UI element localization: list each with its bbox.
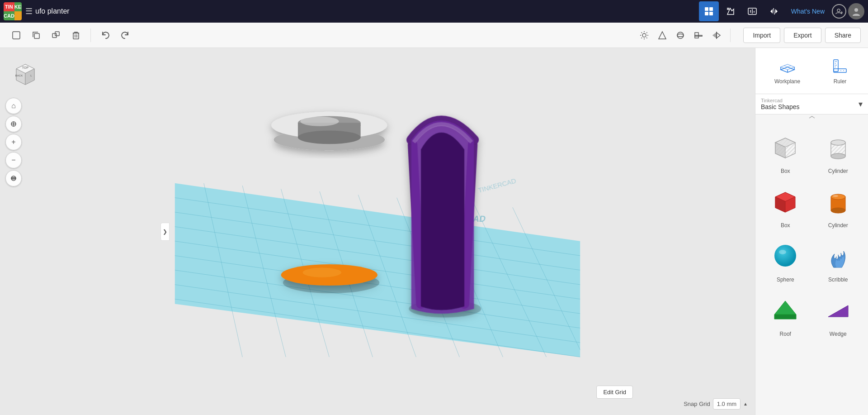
svg-point-78 xyxy=(300,117,339,126)
copy-btn[interactable] xyxy=(27,26,45,44)
svg-point-118 xyxy=(779,250,786,254)
svg-point-21 xyxy=(642,33,646,37)
shapes-header: Tinkercad Basic Shapes ▾ xyxy=(755,94,868,114)
3d-scene[interactable]: TINKERCAD xyxy=(0,48,755,415)
shape-red-box[interactable]: Box xyxy=(759,178,812,232)
shapes-dropdown-btn[interactable]: ▾ xyxy=(859,99,863,109)
scribble-icon xyxy=(820,238,856,274)
svg-text:TINKERCAD: TINKERCAD xyxy=(477,176,517,194)
ruler-tool[interactable]: Ruler xyxy=(824,53,856,88)
svg-marker-37 xyxy=(717,33,720,38)
toolbar-separator-1 xyxy=(90,29,91,42)
edit-grid-btn[interactable]: Edit Grid xyxy=(596,386,633,399)
project-name-area: ☰ ufo planter xyxy=(25,6,695,16)
blue-sphere-icon xyxy=(767,238,803,274)
svg-point-13 xyxy=(854,8,858,12)
shape-wedge[interactable]: Wedge xyxy=(812,286,865,341)
delete-btn[interactable] xyxy=(67,26,85,44)
shape-scribble[interactable]: Scribble xyxy=(812,232,865,286)
import-btn[interactable]: Import xyxy=(743,28,780,43)
workplane-label: Workplane xyxy=(774,78,800,85)
toolbar-separator-2 xyxy=(730,29,731,42)
light-icon-btn[interactable] xyxy=(636,27,652,43)
main-toolbar: Import Export Share xyxy=(0,23,868,48)
panel-tools: Workplane xyxy=(755,48,868,94)
orange-cylinder-label: Cylinder xyxy=(828,222,848,229)
mirror-view-btn[interactable] xyxy=(708,27,725,43)
project-name[interactable]: ufo planter xyxy=(35,7,70,15)
shapes-category-name: Basic Shapes xyxy=(761,103,800,110)
whats-new-link[interactable]: What's New xyxy=(786,1,830,21)
ghost-box-label: Box xyxy=(781,168,790,174)
ghost-cylinder-icon xyxy=(820,129,856,165)
svg-rect-4 xyxy=(727,8,729,10)
top-navigation: TIN KER CAD ☰ ufo planter xyxy=(0,0,868,23)
svg-point-10 xyxy=(837,9,840,12)
svg-point-114 xyxy=(831,194,845,200)
toolbar-right: Import Export Share xyxy=(636,27,861,43)
snap-grid-label: Snap Grid xyxy=(684,401,710,407)
shape-roof[interactable]: Roof xyxy=(759,286,812,341)
share-btn[interactable]: Share xyxy=(825,28,861,43)
svg-rect-1 xyxy=(709,7,713,11)
svg-rect-18 xyxy=(73,33,79,39)
logo-ker: KER xyxy=(14,2,22,11)
svg-marker-119 xyxy=(774,301,796,315)
snap-value[interactable]: 1.0 mm xyxy=(713,398,741,410)
user-avatar[interactable] xyxy=(848,3,864,19)
ghost-cylinder-label: Cylinder xyxy=(828,168,848,174)
shape-orange-cylinder[interactable]: Cylinder xyxy=(812,178,865,232)
shapes-category-meta: Tinkercad xyxy=(761,98,800,103)
workplane-icon xyxy=(778,57,797,76)
svg-point-115 xyxy=(831,208,845,213)
shape-ghost-cylinder[interactable]: Cylinder xyxy=(812,124,865,178)
logo-cad-bot xyxy=(14,11,22,20)
nav-build-btn[interactable] xyxy=(721,1,741,21)
add-person-btn[interactable] xyxy=(832,4,846,19)
nav-right: What's New xyxy=(699,1,864,21)
select-tool-btn[interactable] xyxy=(7,26,25,44)
right-panel: Workplane xyxy=(755,48,868,415)
shapes-grid: Box xyxy=(755,120,868,344)
red-box-icon xyxy=(767,183,803,219)
bottom-bar: Snap Grid 1.0 mm ▲ xyxy=(684,398,748,410)
3d-viewport[interactable]: TOP BACK L ⌂ + − xyxy=(0,48,755,415)
edit-grid-button[interactable]: Edit Grid xyxy=(596,386,633,399)
svg-line-28 xyxy=(646,32,647,33)
orange-cylinder-icon xyxy=(820,183,856,219)
nav-code-btn[interactable] xyxy=(764,1,784,21)
shape-ghost-box[interactable]: Box xyxy=(759,124,812,178)
blue-sphere-label: Sphere xyxy=(777,277,794,283)
ruler-icon xyxy=(831,57,849,76)
main-content: TOP BACK L ⌂ + − xyxy=(0,48,868,415)
scroll-up-indicator[interactable] xyxy=(755,114,868,120)
svg-line-92 xyxy=(788,66,791,67)
redo-btn[interactable] xyxy=(116,26,134,44)
shape-blue-sphere[interactable]: Sphere xyxy=(759,232,812,286)
svg-marker-120 xyxy=(774,315,796,319)
snap-view-btn[interactable] xyxy=(690,27,707,43)
svg-marker-30 xyxy=(659,32,666,39)
nav-sim-btn[interactable] xyxy=(742,1,762,21)
wedge-label: Wedge xyxy=(830,331,847,337)
ghost-box-icon xyxy=(767,129,803,165)
export-btn[interactable]: Export xyxy=(784,28,821,43)
svg-point-31 xyxy=(677,32,684,38)
svg-point-117 xyxy=(774,245,796,267)
app-logo[interactable]: TIN KER CAD xyxy=(4,2,22,20)
shape-view-btn[interactable] xyxy=(654,27,670,43)
svg-point-77 xyxy=(298,130,361,144)
menu-icon[interactable]: ☰ xyxy=(25,6,33,16)
snap-chevron-icon[interactable]: ▲ xyxy=(743,401,748,406)
svg-point-116 xyxy=(833,195,838,197)
svg-line-29 xyxy=(642,38,642,38)
duplicate-btn[interactable] xyxy=(47,26,65,44)
svg-rect-0 xyxy=(705,7,708,11)
collapse-panel-btn[interactable]: ❯ xyxy=(160,223,170,241)
svg-point-109 xyxy=(831,153,845,159)
solid-view-btn[interactable] xyxy=(672,27,689,43)
workplane-tool[interactable]: Workplane xyxy=(767,53,807,88)
logo-tin: TIN xyxy=(4,2,14,11)
nav-design-btn[interactable] xyxy=(699,1,719,21)
undo-btn[interactable] xyxy=(96,26,114,44)
